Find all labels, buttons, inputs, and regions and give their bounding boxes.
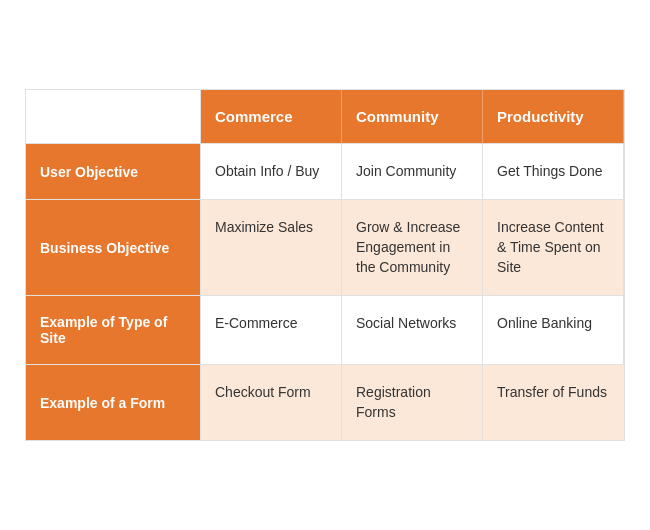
row-label-business-objective: Business Objective xyxy=(26,200,201,296)
row-label-type-of-site: Example of Type of Site xyxy=(26,296,201,365)
cell-biz-obj-community: Grow & Increase Engagement in the Commun… xyxy=(342,200,483,296)
row-label-user-objective: User Objective xyxy=(26,144,201,201)
cell-form-community: Registration Forms xyxy=(342,365,483,440)
comparison-table: Commerce Community Productivity User Obj… xyxy=(25,89,625,442)
cell-form-productivity: Transfer of Funds xyxy=(483,365,624,440)
cell-user-obj-productivity: Get Things Done xyxy=(483,144,624,201)
cell-biz-obj-productivity: Increase Content & Time Spent on Site xyxy=(483,200,624,296)
table-grid: Commerce Community Productivity User Obj… xyxy=(26,90,624,441)
header-productivity: Productivity xyxy=(483,90,624,144)
cell-site-type-productivity: Online Banking xyxy=(483,296,624,365)
header-community: Community xyxy=(342,90,483,144)
header-commerce: Commerce xyxy=(201,90,342,144)
cell-biz-obj-commerce: Maximize Sales xyxy=(201,200,342,296)
cell-site-type-commerce: E-Commerce xyxy=(201,296,342,365)
row-label-form-example: Example of a Form xyxy=(26,365,201,440)
cell-site-type-community: Social Networks xyxy=(342,296,483,365)
cell-form-commerce: Checkout Form xyxy=(201,365,342,440)
cell-user-obj-commerce: Obtain Info / Buy xyxy=(201,144,342,201)
cell-user-obj-community: Join Community xyxy=(342,144,483,201)
header-empty-cell xyxy=(26,90,201,144)
